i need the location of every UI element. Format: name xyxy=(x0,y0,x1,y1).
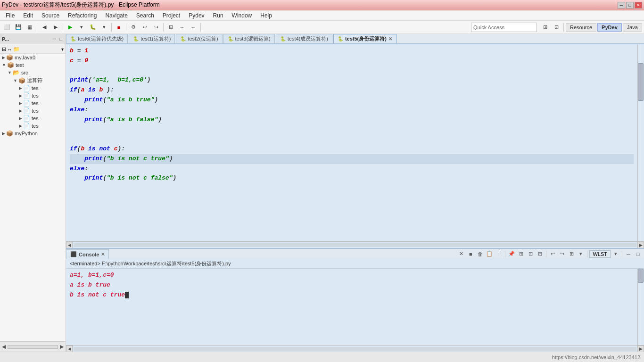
quick-access-input[interactable]: Quick Access xyxy=(471,23,537,32)
console-link[interactable]: ↩ xyxy=(548,250,557,258)
menu-help[interactable]: Help xyxy=(256,11,276,20)
maximize-button[interactable]: □ xyxy=(626,2,634,8)
toolbar-ext4[interactable]: ⊞ xyxy=(165,22,176,33)
console-pin[interactable]: 📌 xyxy=(507,250,516,258)
tab-console[interactable]: ⬛ Console ✕ xyxy=(66,249,109,259)
perspective-resource[interactable]: Resource xyxy=(566,23,596,32)
tree-item-package[interactable]: ▼ 📦 运算符 xyxy=(0,76,66,84)
console-layout2[interactable]: ⊟ xyxy=(536,250,544,258)
perspective-java[interactable]: Java xyxy=(623,23,642,32)
tab-test4[interactable]: 🐍 test4(成员运算符) xyxy=(276,34,332,43)
console-copy[interactable]: 📋 xyxy=(485,250,494,258)
toolbar-stop[interactable]: ■ xyxy=(114,22,124,33)
console-maximize[interactable]: □ xyxy=(634,250,642,258)
sidebar-scroll-left[interactable]: ◀ xyxy=(2,344,6,350)
toolbar-ext1[interactable]: ⚙ xyxy=(128,22,139,33)
console-remove[interactable]: 🗑 xyxy=(476,250,484,258)
menu-run[interactable]: Run xyxy=(209,11,227,20)
tree-item-test[interactable]: ▼ 📦 test xyxy=(0,61,66,69)
tree-item-mypython[interactable]: ▶ 📦 myPython xyxy=(0,130,66,137)
toolbar-debug-dropdown[interactable]: ▾ xyxy=(99,22,109,33)
tree-item-file1[interactable]: ▶ 📄 tes xyxy=(0,84,66,92)
toolbar-back[interactable]: ◀ xyxy=(39,22,50,33)
console-vscrollbar-thumb[interactable] xyxy=(638,269,644,283)
tab-test2[interactable]: 🐍 test2(位运算) xyxy=(176,34,222,43)
code-line-2: c = 0 xyxy=(70,56,634,66)
sidebar-menu[interactable]: ▾ xyxy=(61,47,64,52)
console-terminate[interactable]: ■ xyxy=(466,250,475,258)
close-button[interactable]: ✕ xyxy=(635,2,642,8)
toolbar-save-all[interactable]: ▦ xyxy=(25,22,35,33)
code-scroll-container[interactable]: b = 1 c = 0 print('a=1, b=1,c=0') if(a i… xyxy=(66,44,637,241)
toolbar-run[interactable]: ▶ xyxy=(65,22,75,33)
menu-refactoring[interactable]: Refactoring xyxy=(64,11,100,20)
toolbar-run-dropdown[interactable]: ▾ xyxy=(76,22,87,33)
console-link4[interactable]: ▾ xyxy=(577,250,585,258)
tab-test6[interactable]: 🐍 test6(运算符优先级) xyxy=(66,34,128,43)
toolbar-ext3[interactable]: ↪ xyxy=(151,22,161,33)
tree-arrow-file5: ▶ xyxy=(19,116,22,121)
toolbar-save[interactable]: 💾 xyxy=(13,22,24,33)
tree-item-src[interactable]: ▼ 📂 src xyxy=(0,69,66,76)
sidebar-link-editor[interactable]: ↔ xyxy=(7,47,12,52)
hscroll-right-btn[interactable]: ▶ xyxy=(637,242,644,248)
console-tab-close[interactable]: ✕ xyxy=(101,252,105,257)
tree-item-file4[interactable]: ▶ 📄 tes xyxy=(0,107,66,115)
console-link2[interactable]: ↪ xyxy=(558,250,566,258)
perspective-pydev[interactable]: PyDev xyxy=(597,23,622,32)
toolbar-ext2[interactable]: ↩ xyxy=(140,22,150,33)
sidebar-new-folder[interactable]: 📁 xyxy=(13,46,20,52)
console-vscrollbar[interactable] xyxy=(637,269,644,345)
tree-item-myjava0[interactable]: ▶ 📦 myJava0 xyxy=(0,54,66,61)
menu-source[interactable]: Source xyxy=(38,11,63,20)
toolbar-open-perspective[interactable]: ⊡ xyxy=(551,22,561,33)
menu-pydev[interactable]: Pydev xyxy=(185,11,208,20)
console-clear[interactable]: ✕ xyxy=(457,250,465,258)
console-hscrollbar[interactable]: ◀ ▶ xyxy=(66,345,644,352)
code-line-14: print("b is not c false") xyxy=(70,173,634,183)
sidebar-maximize-btn[interactable]: □ xyxy=(58,36,64,42)
tab-test3[interactable]: 🐍 test3(逻辑运算) xyxy=(223,34,275,43)
tab-test5[interactable]: 🐍 test5(身份运算符) ✕ xyxy=(333,34,396,43)
editor-hscrollbar[interactable]: ◀ ▶ xyxy=(66,241,644,248)
console-layout[interactable]: ⊡ xyxy=(526,250,535,258)
sidebar-minimize-btn[interactable]: ─ xyxy=(51,36,58,42)
console-hscroll-track[interactable] xyxy=(74,347,636,351)
tree-arrow-package: ▼ xyxy=(13,78,17,83)
toolbar-new[interactable]: ⬜ xyxy=(2,22,12,33)
console-wlst-dropdown[interactable]: ▾ xyxy=(611,250,620,258)
minimize-button[interactable]: ─ xyxy=(618,2,625,8)
sidebar-collapse-all[interactable]: ⊟ xyxy=(2,46,6,52)
menu-search[interactable]: Search xyxy=(132,11,158,20)
console-hscroll-right[interactable]: ▶ xyxy=(637,346,644,352)
toolbar-ext5[interactable]: → xyxy=(177,22,187,33)
tree-item-file5[interactable]: ▶ 📄 tes xyxy=(0,115,66,122)
tree-item-file6[interactable]: ▶ 📄 tes xyxy=(0,122,66,130)
toolbar-grid[interactable]: ⊞ xyxy=(540,22,550,33)
console-more[interactable]: ⋮ xyxy=(495,250,503,258)
editor-vscrollbar-thumb[interactable] xyxy=(638,63,644,101)
hscroll-left-btn[interactable]: ◀ xyxy=(66,242,73,248)
code-editor[interactable]: b = 1 c = 0 print('a=1, b=1,c=0') if(a i… xyxy=(66,44,637,185)
console-minimize[interactable]: ─ xyxy=(624,250,633,258)
menu-window[interactable]: Window xyxy=(228,11,256,20)
tree-item-file3[interactable]: ▶ 📄 tes xyxy=(0,99,66,107)
editor-vscrollbar[interactable] xyxy=(637,44,644,241)
toolbar-debug[interactable]: 🐛 xyxy=(88,22,98,33)
console-new[interactable]: ⊞ xyxy=(517,250,525,258)
sidebar-hscroll[interactable] xyxy=(8,345,58,349)
console-hscroll-left[interactable]: ◀ xyxy=(66,346,73,352)
menu-file[interactable]: File xyxy=(2,11,18,20)
toolbar-forward[interactable]: ▶ xyxy=(50,22,61,33)
tab-close-test5[interactable]: ✕ xyxy=(388,36,392,41)
toolbar-ext6[interactable]: ← xyxy=(188,22,198,33)
tab-test1[interactable]: 🐍 test1(运算符) xyxy=(129,34,175,43)
menu-navigate[interactable]: Navigate xyxy=(101,11,131,20)
menu-project[interactable]: Project xyxy=(159,11,184,20)
tree-item-file2[interactable]: ▶ 📄 tes xyxy=(0,92,66,99)
menu-edit[interactable]: Edit xyxy=(19,11,37,20)
sidebar: P... ─ □ ⊟ ↔ 📁 ▾ ▶ 📦 xyxy=(0,34,66,352)
hscroll-track[interactable] xyxy=(74,243,636,247)
console-link3[interactable]: ⊞ xyxy=(567,250,576,258)
sidebar-scroll-right[interactable]: ▶ xyxy=(60,344,64,350)
